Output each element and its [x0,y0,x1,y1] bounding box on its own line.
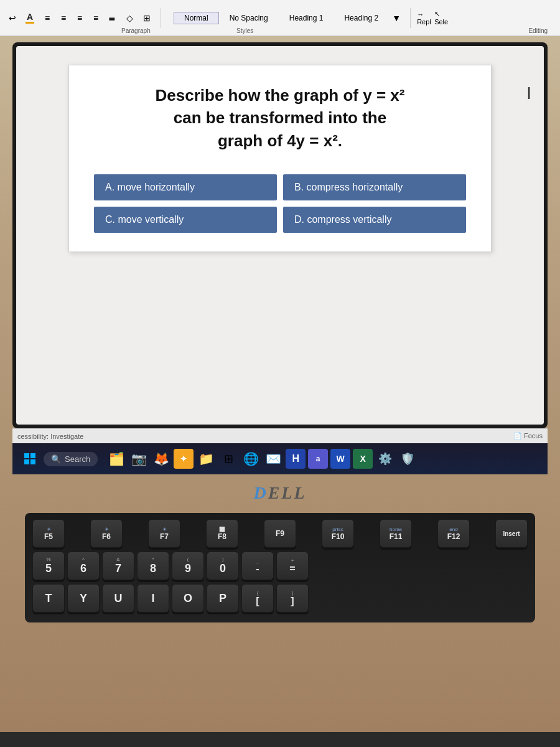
document-icon: 📄 [513,432,522,439]
svg-rect-1 [30,453,35,458]
document-area: I Describe how the graph of y = x² can b… [16,46,544,425]
styles-group: Normal No Spacing Heading 1 Heading 2 ▼ [174,11,404,26]
svg-rect-3 [30,459,35,464]
key-U[interactable]: U [102,584,134,613]
taskbar-app-anki[interactable]: a [308,449,328,469]
align-icons: ≡ ≡ ≡ ≡ ≣ [40,11,119,26]
taskbar-app-word[interactable]: W [330,449,350,469]
key-O[interactable]: O [172,584,204,613]
taskbar: 🔍 Search 🗂️ 📷 🦊 ✦ 📁 ⊞ 🌐 ✉️ H a W X ⚙️ 🛡️ [12,443,548,474]
focus-text: 📄 Focus [513,432,543,440]
key-amp-7[interactable]: & 7 [102,552,134,580]
style-normal[interactable]: Normal [174,12,219,24]
key-insert[interactable]: Insert [495,519,528,548]
key-lbracket[interactable]: { [ [241,584,274,613]
key-percent-5[interactable]: % 5 [32,552,65,580]
answer-grid: A. move horizontally B. compress horizon… [94,174,466,233]
editing-label: Editing [528,27,548,34]
answer-b-button[interactable]: B. compress horizontally [283,174,466,200]
styles-more-icon[interactable]: ▼ [389,11,404,26]
key-f9[interactable]: F9 [264,519,296,548]
dell-logo: DDELLELL [253,483,306,503]
key-f11[interactable]: home F11 [380,519,412,548]
styles-label: Styles [236,27,253,34]
cursor-ibeam: I [526,83,531,103]
key-T[interactable]: T [32,584,65,613]
taskbar-app-email[interactable]: ✉️ [263,449,283,469]
key-f7[interactable]: ☀ F7 [148,519,180,548]
start-button[interactable] [19,448,41,470]
key-caret-6[interactable]: ^ 6 [67,552,100,580]
taskbar-app-grid[interactable]: ⊞ [218,449,238,469]
taskbar-search[interactable]: 🔍 Search [44,452,98,466]
accessibility-bar: cessibility: Investigate 📄 Focus [12,428,548,443]
quiz-question: Describe how the graph of y = x² can be … [94,84,466,152]
replace-icon[interactable]: ↔ Repl [417,11,432,26]
taskbar-app-explorer[interactable]: 🗂️ [106,449,126,469]
key-f8[interactable]: ⬜ F8 [206,519,238,548]
taskbar-app-excel[interactable]: X [353,449,373,469]
align-left-icon[interactable]: ≡ [40,11,55,26]
toolbar-left: ↩ A ≡ ≡ ≡ ≡ ≣ ◇ ⊞ [5,11,154,26]
key-paren-9[interactable]: ( 9 [172,552,204,580]
taskbar-app-folder[interactable]: 📁 [196,449,216,469]
taskbar-app-hn[interactable]: H [286,449,306,469]
list-indent-icon[interactable]: ≣ [105,11,119,26]
justify-icon[interactable]: ≡ [88,11,103,26]
key-dash[interactable]: _ - [241,552,274,580]
taskbar-app-settings[interactable]: ⚙️ [375,449,395,469]
key-f5[interactable]: ☀ F5 [32,519,65,548]
accessibility-text: cessibility: Investigate [17,433,83,440]
select-icon[interactable]: ↖ Sele [434,11,449,26]
align-right-icon[interactable]: ≡ [72,11,87,26]
font-color-icon[interactable]: A [22,11,37,26]
dell-slash-icon: D [253,483,268,502]
key-P[interactable]: P [207,584,239,613]
answer-a-button[interactable]: A. move horizontally [94,174,277,200]
paragraph-label: Paragraph [121,27,151,34]
taskbar-apps: 🗂️ 📷 🦊 ✦ 📁 ⊞ 🌐 ✉️ H a W X ⚙️ 🛡️ [106,449,418,469]
undo-icon[interactable]: ↩ [5,11,20,26]
svg-rect-0 [24,453,29,458]
svg-rect-2 [24,459,29,464]
style-no-spacing[interactable]: No Spacing [219,12,279,24]
answer-d-button[interactable]: D. compress vertically [283,207,466,233]
laptop-body: I Describe how the graph of y = x² can b… [0,36,560,732]
highlight-icon[interactable]: ◇ [122,11,137,26]
divider1 [161,8,161,28]
screen: I Describe how the graph of y = x² can b… [16,46,544,425]
style-heading2[interactable]: Heading 2 [334,12,389,24]
key-f10[interactable]: prtsc F10 [322,519,354,548]
answer-c-button[interactable]: C. move vertically [94,207,277,233]
taskbar-app-camera[interactable]: 📷 [129,449,149,469]
divider2 [410,8,411,28]
key-I[interactable]: I [137,584,169,613]
key-plus[interactable]: + = [276,552,309,580]
quiz-card: Describe how the graph of y = x² can be … [68,65,492,252]
taskbar-app-antivirus[interactable]: 🛡️ [398,449,418,469]
search-label: Search [65,454,90,464]
taskbar-app-firefox[interactable]: 🦊 [151,449,171,469]
key-paren-0[interactable]: ) 0 [207,552,239,580]
qwerty-row: T Y U I O P { [ } ] [32,584,528,613]
taskbar-app-star[interactable]: ✦ [174,449,194,469]
num-row: % 5 ^ 6 & 7 * 8 ( 9 ) 0 [32,552,528,580]
key-f6[interactable]: ☀ F6 [90,519,123,548]
key-Y[interactable]: Y [67,584,100,613]
key-rbracket[interactable]: } ] [276,584,309,613]
fn-row: ☀ F5 ☀ F6 ☀ F7 ⬜ F8 F9 prtsc F10 [32,519,528,548]
key-star-8[interactable]: * 8 [137,552,169,580]
style-heading1[interactable]: Heading 1 [279,12,334,24]
keyboard: ☀ F5 ☀ F6 ☀ F7 ⬜ F8 F9 prtsc F10 [25,513,535,622]
word-toolbar: ↩ A ≡ ≡ ≡ ≡ ≣ ◇ ⊞ Normal No Spacing Head… [0,0,560,36]
align-center-icon[interactable]: ≡ [56,11,71,26]
editing-icons: ↔ Repl ↖ Sele [417,11,449,26]
key-f12[interactable]: end F12 [437,519,470,548]
taskbar-app-edge[interactable]: 🌐 [241,449,261,469]
screen-bezel: I Describe how the graph of y = x² can b… [12,42,548,428]
table-icon[interactable]: ⊞ [139,11,154,26]
search-icon: 🔍 [51,454,61,464]
